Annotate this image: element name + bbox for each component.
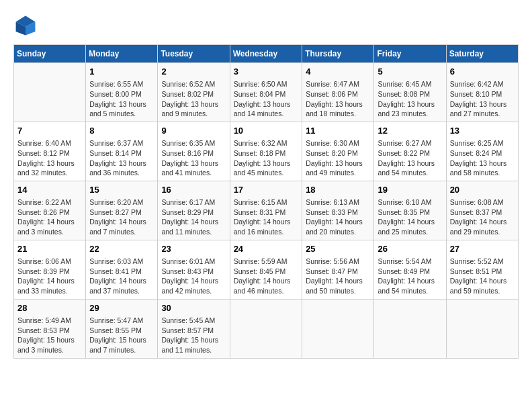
calendar-cell: 11Sunrise: 6:30 AMSunset: 8:20 PMDayligh… bbox=[302, 122, 374, 181]
day-number: 28 bbox=[17, 302, 82, 314]
day-info: Daylight: 13 hours bbox=[378, 158, 442, 169]
calendar-table: SundayMondayTuesdayWednesdayThursdayFrid… bbox=[13, 44, 519, 359]
day-info: and 16 minutes. bbox=[234, 227, 299, 237]
day-info: Sunset: 8:16 PM bbox=[161, 148, 226, 158]
calendar-cell: 24Sunrise: 5:59 AMSunset: 8:45 PMDayligh… bbox=[230, 240, 302, 299]
calendar-week-1: 1Sunrise: 6:55 AMSunset: 8:00 PMDaylight… bbox=[14, 63, 519, 122]
day-info: and 23 minutes. bbox=[378, 109, 442, 119]
day-info: Daylight: 14 hours bbox=[161, 217, 226, 227]
day-info: Sunset: 8:57 PM bbox=[161, 326, 226, 336]
day-info: Sunrise: 6:20 AM bbox=[89, 197, 154, 208]
day-number: 25 bbox=[306, 243, 370, 255]
day-info: and 3 minutes. bbox=[17, 345, 82, 355]
calendar-cell: 27Sunrise: 5:52 AMSunset: 8:51 PMDayligh… bbox=[446, 240, 518, 299]
calendar-cell: 10Sunrise: 6:32 AMSunset: 8:18 PMDayligh… bbox=[230, 122, 302, 181]
day-info: and 33 minutes. bbox=[17, 286, 82, 296]
day-info: Sunset: 8:00 PM bbox=[89, 89, 154, 99]
day-info: Daylight: 13 hours bbox=[234, 99, 299, 109]
day-info: and 41 minutes. bbox=[161, 168, 226, 178]
calendar-cell: 23Sunrise: 6:01 AMSunset: 8:43 PMDayligh… bbox=[158, 240, 230, 299]
day-number: 4 bbox=[306, 66, 370, 78]
calendar-cell: 14Sunrise: 6:22 AMSunset: 8:26 PMDayligh… bbox=[14, 181, 86, 240]
day-info: Sunset: 8:39 PM bbox=[17, 267, 82, 277]
day-info: and 59 minutes. bbox=[450, 286, 515, 296]
day-number: 14 bbox=[17, 184, 82, 196]
day-info: Sunset: 8:10 PM bbox=[450, 89, 515, 99]
day-info: Sunset: 8:24 PM bbox=[450, 148, 515, 158]
day-info: Sunrise: 6:01 AM bbox=[161, 257, 226, 267]
day-number: 20 bbox=[450, 184, 515, 196]
day-info: Daylight: 13 hours bbox=[161, 158, 226, 169]
day-info: and 7 minutes. bbox=[89, 227, 154, 237]
calendar-cell: 22Sunrise: 6:03 AMSunset: 8:41 PMDayligh… bbox=[86, 240, 158, 299]
day-info: and 7 minutes. bbox=[89, 345, 154, 355]
day-info: Sunset: 8:43 PM bbox=[161, 267, 226, 277]
calendar-cell: 21Sunrise: 6:06 AMSunset: 8:39 PMDayligh… bbox=[14, 240, 86, 299]
day-info: Daylight: 14 hours bbox=[450, 276, 515, 286]
day-info: and 11 minutes. bbox=[161, 345, 226, 355]
day-info: and 14 minutes. bbox=[234, 109, 299, 119]
day-info: Daylight: 13 hours bbox=[234, 158, 299, 169]
calendar-cell: 2Sunrise: 6:52 AMSunset: 8:02 PMDaylight… bbox=[158, 63, 230, 122]
calendar-cell: 5Sunrise: 6:45 AMSunset: 8:08 PMDaylight… bbox=[374, 63, 446, 122]
day-info: Sunset: 8:27 PM bbox=[89, 208, 154, 218]
day-number: 19 bbox=[378, 184, 442, 196]
calendar-cell: 20Sunrise: 6:08 AMSunset: 8:37 PMDayligh… bbox=[446, 181, 518, 240]
day-info: Sunset: 8:06 PM bbox=[306, 89, 370, 99]
header-sunday: Sunday bbox=[14, 45, 86, 63]
day-number: 30 bbox=[161, 302, 226, 314]
day-info: Sunrise: 5:52 AM bbox=[450, 257, 515, 267]
day-info: Daylight: 14 hours bbox=[234, 217, 299, 227]
day-info: Sunset: 8:18 PM bbox=[234, 148, 299, 158]
day-info: Daylight: 14 hours bbox=[89, 276, 154, 286]
day-info: Sunrise: 6:55 AM bbox=[89, 79, 154, 89]
day-info: Sunset: 8:29 PM bbox=[161, 208, 226, 218]
calendar-cell: 4Sunrise: 6:47 AMSunset: 8:06 PMDaylight… bbox=[302, 63, 374, 122]
day-info: Sunrise: 6:22 AM bbox=[17, 197, 82, 208]
day-info: Sunrise: 6:15 AM bbox=[234, 197, 299, 208]
day-info: and 29 minutes. bbox=[450, 227, 515, 237]
day-number: 7 bbox=[17, 125, 82, 137]
day-info: Daylight: 14 hours bbox=[450, 217, 515, 227]
day-info: and 5 minutes. bbox=[89, 109, 154, 119]
day-number: 8 bbox=[89, 125, 154, 137]
calendar-cell: 15Sunrise: 6:20 AMSunset: 8:27 PMDayligh… bbox=[86, 181, 158, 240]
day-info: Daylight: 14 hours bbox=[378, 276, 442, 286]
calendar-cell: 13Sunrise: 6:25 AMSunset: 8:24 PMDayligh… bbox=[446, 122, 518, 181]
day-info: Daylight: 13 hours bbox=[378, 99, 442, 109]
calendar-cell: 25Sunrise: 5:56 AMSunset: 8:47 PMDayligh… bbox=[302, 240, 374, 299]
day-info: Daylight: 14 hours bbox=[161, 276, 226, 286]
calendar-cell bbox=[230, 299, 302, 358]
calendar-cell: 18Sunrise: 6:13 AMSunset: 8:33 PMDayligh… bbox=[302, 181, 374, 240]
day-info: and 11 minutes. bbox=[161, 227, 226, 237]
day-info: Daylight: 14 hours bbox=[17, 217, 82, 227]
day-number: 23 bbox=[161, 243, 226, 255]
day-info: Daylight: 13 hours bbox=[450, 99, 515, 109]
day-info: and 18 minutes. bbox=[306, 109, 370, 119]
calendar-week-4: 21Sunrise: 6:06 AMSunset: 8:39 PMDayligh… bbox=[14, 240, 519, 299]
day-number: 26 bbox=[378, 243, 442, 255]
day-info: and 42 minutes. bbox=[161, 286, 226, 296]
day-number: 9 bbox=[161, 125, 226, 137]
day-number: 5 bbox=[378, 66, 442, 78]
logo-icon bbox=[13, 13, 38, 38]
calendar-cell bbox=[446, 299, 518, 358]
day-info: Sunset: 8:12 PM bbox=[17, 148, 82, 158]
header-thursday: Thursday bbox=[302, 45, 374, 63]
day-number: 2 bbox=[161, 66, 226, 78]
day-info: and 3 minutes. bbox=[17, 227, 82, 237]
calendar-week-3: 14Sunrise: 6:22 AMSunset: 8:26 PMDayligh… bbox=[14, 181, 519, 240]
day-number: 18 bbox=[306, 184, 370, 196]
day-info: and 58 minutes. bbox=[450, 168, 515, 178]
day-info: and 27 minutes. bbox=[450, 109, 515, 119]
day-info: Sunrise: 6:40 AM bbox=[17, 138, 82, 148]
day-info: Sunrise: 6:08 AM bbox=[450, 197, 515, 208]
day-number: 24 bbox=[234, 243, 299, 255]
day-info: Daylight: 13 hours bbox=[306, 158, 370, 169]
day-info: Sunrise: 6:06 AM bbox=[17, 257, 82, 267]
calendar-cell bbox=[14, 63, 86, 122]
calendar-cell: 7Sunrise: 6:40 AMSunset: 8:12 PMDaylight… bbox=[14, 122, 86, 181]
day-info: Daylight: 14 hours bbox=[306, 276, 370, 286]
page-header bbox=[13, 13, 519, 38]
day-number: 11 bbox=[306, 125, 370, 137]
